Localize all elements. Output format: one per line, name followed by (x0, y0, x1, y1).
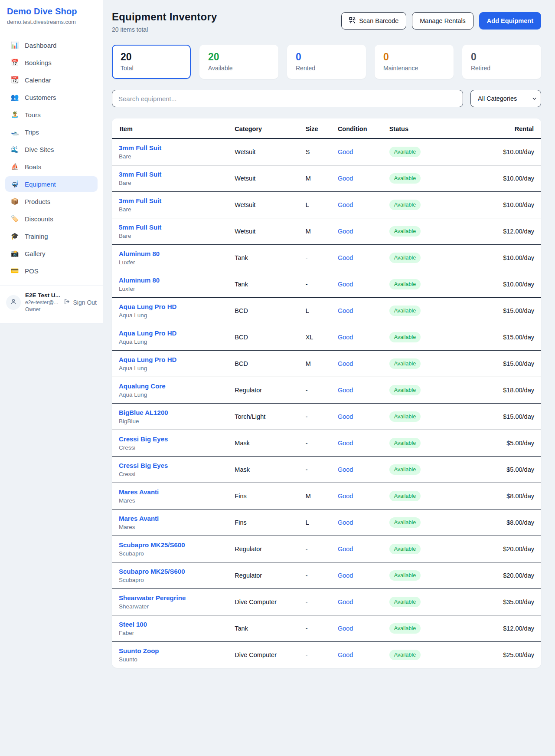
condition-link[interactable]: Good (338, 175, 353, 182)
add-equipment-label: Add Equipment (487, 17, 533, 24)
user-role: Owner (25, 306, 59, 312)
stat-card-rented[interactable]: 0Rented (287, 45, 366, 79)
stat-card-available[interactable]: 20Available (199, 45, 278, 79)
category-cell: BCD (228, 324, 298, 351)
status-cell: Available (382, 218, 481, 245)
item-name-link[interactable]: Cressi Big Eyes (119, 462, 221, 469)
item-brand: Aqua Lung (119, 365, 221, 371)
condition-link[interactable]: Good (338, 625, 353, 632)
sidebar-item-dashboard[interactable]: 📊Dashboard (5, 37, 98, 53)
size-cell: - (299, 245, 331, 271)
sidebar-item-tours[interactable]: 🏝️Tours (5, 107, 98, 122)
sidebar-item-label: Products (25, 198, 50, 205)
page-title-block: Equipment Inventory 20 items total (112, 11, 217, 33)
stat-card-total[interactable]: 20Total (112, 45, 191, 79)
stat-label-rented: Rented (296, 65, 357, 72)
scan-barcode-button[interactable]: Scan Barcode (341, 12, 406, 30)
item-cell: Suunto ZoopSuunto (112, 642, 228, 668)
user-email: e2e-tester@... (25, 299, 59, 306)
stat-card-retired[interactable]: 0Retired (462, 45, 541, 79)
condition-link[interactable]: Good (338, 493, 353, 500)
condition-link[interactable]: Good (338, 440, 353, 447)
sign-out-button[interactable]: Sign Out (64, 298, 97, 306)
table-row: Cressi Big EyesCressiMask-GoodAvailable$… (112, 457, 541, 483)
manage-rentals-button[interactable]: Manage Rentals (412, 12, 473, 30)
sidebar-item-trips[interactable]: 🛥️Trips (5, 124, 98, 140)
stat-card-maintenance[interactable]: 0Maintenance (375, 45, 454, 79)
table-header-row: Item Category Size Condition Status Rent… (112, 118, 541, 138)
item-name-link[interactable]: Aqua Lung Pro HD (119, 329, 221, 337)
item-brand: Shearwater (119, 603, 221, 610)
rental-cell: $12.00/day (481, 218, 541, 245)
condition-link[interactable]: Good (338, 360, 353, 367)
sidebar-item-customers[interactable]: 👥Customers (5, 89, 98, 105)
item-name-link[interactable]: Scubapro MK25/S600 (119, 568, 221, 575)
item-name-link[interactable]: 3mm Full Suit (119, 144, 221, 151)
status-cell: Available (382, 324, 481, 351)
condition-link[interactable]: Good (338, 598, 353, 605)
condition-link[interactable]: Good (338, 254, 353, 261)
add-equipment-button[interactable]: Add Equipment (479, 12, 541, 30)
condition-link[interactable]: Good (338, 546, 353, 552)
condition-cell: Good (331, 377, 382, 404)
item-name-link[interactable]: Mares Avanti (119, 488, 221, 496)
condition-link[interactable]: Good (338, 651, 353, 658)
item-name-link[interactable]: 5mm Full Suit (119, 224, 221, 231)
item-cell: Aqua Lung Pro HDAqua Lung (112, 324, 228, 351)
category-cell: Fins (228, 509, 298, 536)
item-name-link[interactable]: Scubapro MK25/S600 (119, 541, 221, 549)
item-brand: Bare (119, 180, 221, 186)
search-input[interactable] (112, 90, 463, 107)
item-brand: Luxfer (119, 286, 221, 292)
condition-link[interactable]: Good (338, 519, 353, 526)
item-name-link[interactable]: Mares Avanti (119, 515, 221, 522)
page-title: Equipment Inventory (112, 11, 217, 23)
table-row: Aluminum 80LuxferTank-GoodAvailable$10.0… (112, 245, 541, 271)
item-name-link[interactable]: 3mm Full Suit (119, 171, 221, 178)
sidebar-item-equipment[interactable]: 🤿Equipment (5, 176, 98, 192)
item-name-link[interactable]: Aqualung Core (119, 382, 221, 390)
condition-link[interactable]: Good (338, 201, 353, 208)
sidebar-item-products[interactable]: 📦Products (5, 194, 98, 209)
item-name-link[interactable]: BigBlue AL1200 (119, 409, 221, 416)
condition-cell: Good (331, 457, 382, 483)
item-name-link[interactable]: Aluminum 80 (119, 276, 221, 284)
item-cell: Mares AvantiMares (112, 483, 228, 509)
sidebar-item-calendar[interactable]: 📆Calendar (5, 72, 98, 88)
equipment-icon: 🤿 (10, 180, 19, 188)
item-name-link[interactable]: Shearwater Peregrine (119, 594, 221, 602)
status-badge: Available (389, 517, 421, 528)
item-name-link[interactable]: Aqua Lung Pro HD (119, 303, 221, 310)
sidebar-item-dive-sites[interactable]: 🌊Dive Sites (5, 141, 98, 157)
sidebar-item-gallery[interactable]: 📸Gallery (5, 246, 98, 261)
sidebar-item-boats[interactable]: ⛵Boats (5, 159, 98, 174)
condition-link[interactable]: Good (338, 148, 353, 155)
condition-link[interactable]: Good (338, 387, 353, 394)
condition-link[interactable]: Good (338, 307, 353, 314)
condition-link[interactable]: Good (338, 572, 353, 579)
item-name-link[interactable]: 3mm Full Suit (119, 197, 221, 204)
condition-link[interactable]: Good (338, 281, 353, 288)
item-name-link[interactable]: Aluminum 80 (119, 250, 221, 257)
item-name-link[interactable]: Aqua Lung Pro HD (119, 356, 221, 363)
rental-cell: $20.00/day (481, 562, 541, 589)
sidebar-item-training[interactable]: 🎓Training (5, 228, 98, 244)
item-name-link[interactable]: Cressi Big Eyes (119, 435, 221, 443)
sidebar-item-bookings[interactable]: 📅Bookings (5, 55, 98, 70)
sidebar-item-discounts[interactable]: 🏷️Discounts (5, 211, 98, 227)
sidebar-item-label: Bookings (25, 59, 52, 66)
sign-out-label: Sign Out (73, 299, 97, 306)
condition-link[interactable]: Good (338, 228, 353, 235)
sidebar-item-pos[interactable]: 💳POS (5, 263, 98, 279)
item-name-link[interactable]: Suunto Zoop (119, 647, 221, 654)
condition-link[interactable]: Good (338, 413, 353, 420)
status-cell: Available (382, 483, 481, 509)
category-cell: Dive Computer (228, 589, 298, 615)
category-select[interactable]: All Categories (470, 90, 541, 107)
condition-cell: Good (331, 509, 382, 536)
item-name-link[interactable]: Steel 100 (119, 621, 221, 628)
condition-link[interactable]: Good (338, 466, 353, 473)
condition-cell: Good (331, 218, 382, 245)
condition-link[interactable]: Good (338, 334, 353, 341)
item-cell: Aluminum 80Luxfer (112, 271, 228, 298)
